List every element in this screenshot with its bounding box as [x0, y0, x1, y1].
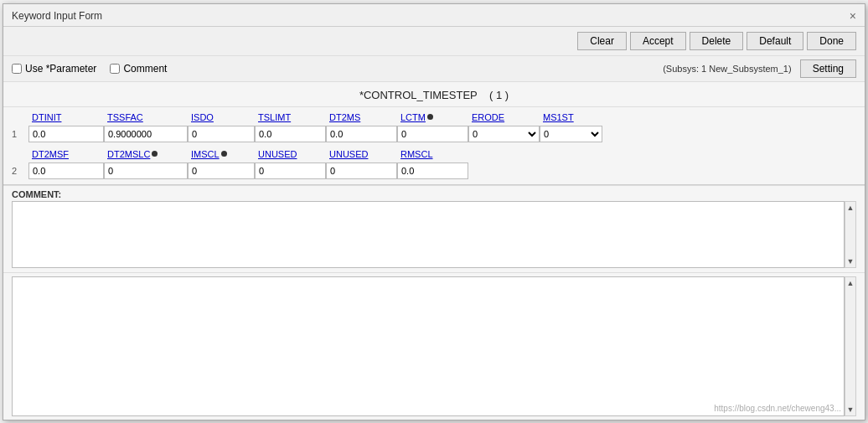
- col-header-dt2mslc: DT2MSLC: [104, 147, 188, 161]
- col-header-isdo: ISDO: [188, 111, 255, 124]
- options-bar: Use *Parameter Comment (Subsys: 1 New_Su…: [3, 56, 865, 82]
- toolbar: Clear Accept Delete Default Done: [3, 27, 865, 56]
- bottom-textarea[interactable]: [12, 276, 845, 416]
- keyword-title: *CONTROL_TIMESTEP ( 1 ): [3, 82, 865, 107]
- col-header-ms1st-link[interactable]: MS1ST: [543, 112, 599, 122]
- comment-label: Comment: [123, 63, 167, 75]
- col-header-dtinit-link[interactable]: DTINIT: [32, 112, 101, 122]
- comment-label: COMMENT:: [12, 189, 856, 199]
- row2-header-cells: DT2MSF DT2MSLC IMSCL UNUSED UNUSED RMSCL: [28, 147, 468, 161]
- row1-number: 1: [12, 129, 28, 139]
- title-bar: Keyword Input Form ×: [3, 4, 865, 27]
- col-header-erode-link[interactable]: ERODE: [472, 112, 536, 122]
- col-header-tslimt-link[interactable]: TSLIMT: [258, 112, 323, 122]
- use-parameter-checkbox-label[interactable]: Use *Parameter: [12, 63, 96, 75]
- col-header-unused2-link[interactable]: UNUSED: [329, 149, 394, 159]
- select-erode[interactable]: 01: [468, 126, 540, 142]
- use-parameter-label: Use *Parameter: [25, 63, 96, 75]
- comment-textarea[interactable]: [12, 201, 845, 268]
- input-tssfac[interactable]: [104, 126, 188, 142]
- keyword-name: *CONTROL_TIMESTEP: [359, 89, 478, 101]
- row2-number: 2: [12, 166, 28, 176]
- done-button[interactable]: Done: [807, 32, 856, 50]
- col-header-erode: ERODE: [468, 111, 540, 124]
- default-button[interactable]: Default: [747, 32, 803, 50]
- lctm-dot: [427, 114, 433, 120]
- col-header-dt2mslc-link[interactable]: DT2MSLC: [107, 149, 184, 159]
- row1-inputs: 1 01 01: [12, 126, 856, 142]
- dt2mslc-dot: [152, 151, 158, 157]
- col-header-isdo-link[interactable]: ISDO: [191, 112, 251, 122]
- col-header-rmscl: RMSCL: [397, 147, 468, 161]
- input-dt2ms[interactable]: [326, 126, 397, 142]
- col-header-dt2msf: DT2MSF: [28, 147, 104, 161]
- row1-input-cells: 01 01: [28, 126, 602, 142]
- col-header-dt2ms: DT2MS: [326, 111, 397, 124]
- main-window: Keyword Input Form × Clear Accept Delete…: [3, 3, 865, 420]
- watermark: https://blog.csdn.net/cheweng43...: [714, 404, 841, 413]
- comment-scrollbar: ▲ ▼: [845, 201, 856, 268]
- bottom-section: ▲ ▼ https://blog.csdn.net/cheweng43...: [3, 272, 865, 420]
- row1-header-cells: DTINIT TSSFAC ISDO TSLIMT DT2MS LCTM: [28, 111, 602, 124]
- data-grid: DTINIT TSSFAC ISDO TSLIMT DT2MS LCTM: [3, 107, 865, 184]
- scrollbar-down-arrow[interactable]: ▼: [845, 255, 855, 267]
- col-header-imscl: IMSCL: [188, 147, 255, 161]
- col-header-unused1-link[interactable]: UNUSED: [258, 149, 323, 159]
- options-left: Use *Parameter Comment: [12, 63, 167, 75]
- input-dtinit[interactable]: [28, 126, 104, 142]
- input-unused2[interactable]: [326, 162, 397, 179]
- use-parameter-checkbox[interactable]: [12, 64, 22, 74]
- scrollbar-up-arrow[interactable]: ▲: [845, 202, 855, 214]
- input-tslimt[interactable]: [255, 126, 326, 142]
- col-header-tssfac: TSSFAC: [104, 111, 188, 124]
- comment-checkbox-label[interactable]: Comment: [110, 63, 167, 75]
- col-header-rmscl-link[interactable]: RMSCL: [400, 149, 465, 159]
- input-imscl[interactable]: [188, 162, 255, 179]
- comment-section: COMMENT: ▲ ▼: [3, 185, 865, 272]
- bottom-scrollbar: ▲ ▼: [845, 276, 856, 416]
- keyword-count: ( 1 ): [489, 89, 509, 101]
- col-header-lctm: LCTM: [397, 111, 468, 124]
- col-header-tslimt: TSLIMT: [255, 111, 326, 124]
- subsys-info: (Subsys: 1 New_Subsystem_1): [663, 64, 791, 74]
- imscl-dot: [221, 151, 227, 157]
- col-header-unused2: UNUSED: [326, 147, 397, 161]
- comment-checkbox[interactable]: [110, 64, 120, 74]
- col-header-ms1st: MS1ST: [540, 111, 602, 124]
- col-header-unused1: UNUSED: [255, 147, 326, 161]
- options-right: (Subsys: 1 New_Subsystem_1) Setting: [663, 59, 856, 78]
- bottom-scrollbar-up[interactable]: ▲: [845, 277, 855, 289]
- input-unused1[interactable]: [255, 162, 326, 179]
- input-rmscl[interactable]: [397, 162, 468, 179]
- col-header-lctm-link[interactable]: LCTM: [400, 112, 465, 122]
- bottom-scrollbar-down[interactable]: ▼: [845, 404, 855, 415]
- input-isdo[interactable]: [188, 126, 255, 142]
- input-dt2msf[interactable]: [28, 162, 104, 179]
- col-header-dtinit: DTINIT: [28, 111, 104, 124]
- setting-button[interactable]: Setting: [800, 59, 856, 78]
- col-header-imscl-link[interactable]: IMSCL: [191, 149, 251, 159]
- clear-button[interactable]: Clear: [577, 32, 627, 50]
- row2-inputs: 2: [12, 162, 856, 179]
- input-dt2mslc[interactable]: [104, 162, 188, 179]
- select-ms1st[interactable]: 01: [540, 126, 602, 142]
- delete-button[interactable]: Delete: [690, 32, 744, 50]
- accept-button[interactable]: Accept: [630, 32, 686, 50]
- row2-input-cells: [28, 162, 468, 179]
- bottom-content: ▲ ▼ https://blog.csdn.net/cheweng43...: [12, 276, 856, 416]
- col-header-dt2ms-link[interactable]: DT2MS: [329, 112, 394, 122]
- col-header-dt2msf-link[interactable]: DT2MSF: [32, 149, 101, 159]
- window-title: Keyword Input Form: [12, 10, 102, 22]
- input-lctm[interactable]: [397, 126, 468, 142]
- close-icon[interactable]: ×: [850, 9, 856, 23]
- row2-headers: DT2MSF DT2MSLC IMSCL UNUSED UNUSED RMSCL: [12, 147, 856, 161]
- comment-wrapper: ▲ ▼: [12, 201, 856, 271]
- row1-headers: DTINIT TSSFAC ISDO TSLIMT DT2MS LCTM: [12, 111, 856, 124]
- col-header-tssfac-link[interactable]: TSSFAC: [107, 112, 184, 122]
